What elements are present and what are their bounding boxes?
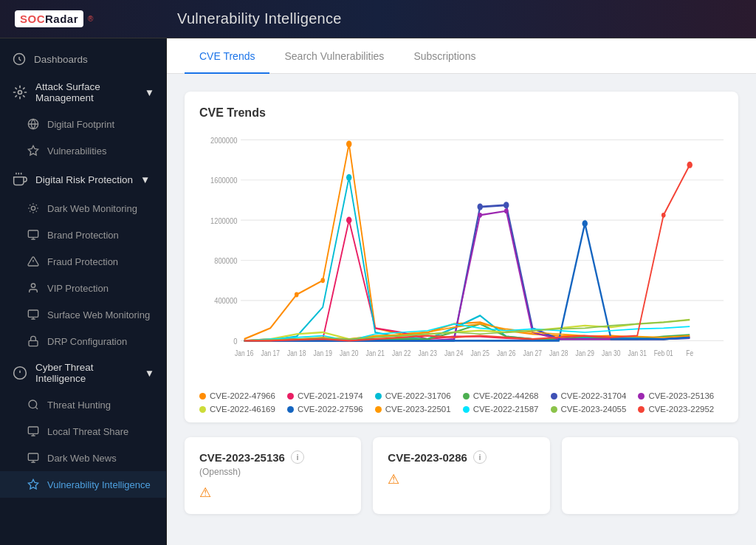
svg-point-10 <box>31 284 35 287</box>
chart-title: CVE Trends <box>199 106 724 120</box>
sidebar-label-vuln-intel: Vulnerability Intelligence <box>47 479 151 490</box>
legend-dot-cve3 <box>375 393 382 400</box>
sidebar-label-dark-web-news: Dark Web News <box>47 453 117 464</box>
vuln-intel-icon <box>27 478 40 491</box>
legend-cve7: CVE-2022-46169 <box>199 405 275 414</box>
cve-info-icon-1[interactable]: i <box>473 450 487 464</box>
surface-web-icon <box>27 308 40 321</box>
svg-rect-11 <box>28 310 38 317</box>
legend-dot-cve9 <box>375 406 382 413</box>
main-layout: Dashboards Attack Surface Management ▼ D… <box>0 38 756 545</box>
cve-card-icon-wrap-0: ⚠ <box>199 484 346 501</box>
brand-protection-icon <box>27 228 40 241</box>
sidebar-section-digital-risk[interactable]: Digital Risk Protection ▼ <box>0 164 166 195</box>
threat-hunting-icon <box>27 398 40 411</box>
svg-text:800000: 800000 <box>214 256 237 265</box>
svg-text:Jan 27: Jan 27 <box>523 349 542 357</box>
sidebar-item-dark-web[interactable]: Dark Web Monitoring <box>0 195 166 222</box>
svg-point-54 <box>478 213 482 218</box>
legend-dot-cve12 <box>638 406 645 413</box>
legend-dot-cve10 <box>463 406 470 413</box>
local-threat-icon <box>27 425 40 438</box>
warning-icon-1: ⚠ <box>388 472 399 487</box>
legend-cve11: CVE-2023-24055 <box>551 405 627 414</box>
cve-card-title-1: CVE-2023-0286 <box>388 451 467 464</box>
sidebar-item-drp-config[interactable]: DRP Configuration <box>0 328 166 354</box>
sidebar-section-attack-surface[interactable]: Attack Surface Management ▼ <box>0 74 166 111</box>
legend-cve1: CVE-2022-47966 <box>199 391 275 400</box>
logo: SOCRadar ® <box>15 10 177 27</box>
svg-text:Jan 20: Jan 20 <box>340 349 358 357</box>
legend-label-cve5: CVE-2022-31704 <box>561 391 627 400</box>
svg-text:400000: 400000 <box>214 297 237 306</box>
tab-cve-trends[interactable]: CVE Trends <box>185 38 269 74</box>
chart-svg: 2000000 1600000 1200000 800000 400000 0 … <box>199 131 724 383</box>
sidebar-label-drp-config: DRP Configuration <box>47 336 127 347</box>
sidebar-item-brand-protection[interactable]: Brand Protection <box>0 222 166 248</box>
sidebar-section-cyber-threat[interactable]: Cyber Threat Intelligence ▼ <box>0 354 166 391</box>
cve-card-icon-wrap-1: ⚠ <box>388 471 535 487</box>
legend-cve12: CVE-2023-22952 <box>638 405 714 414</box>
legend-dot-cve5 <box>551 393 557 400</box>
digital-risk-chevron: ▼ <box>140 174 150 185</box>
legend-label-cve11: CVE-2023-24055 <box>561 405 627 414</box>
sidebar-label-threat-hunting: Threat Hunting <box>47 400 111 411</box>
svg-text:Jan 28: Jan 28 <box>549 349 568 357</box>
svg-point-51 <box>346 174 351 181</box>
cve-card-sub-0: (Openssh) <box>199 467 346 477</box>
tab-subscriptions[interactable]: Subscriptions <box>399 38 490 74</box>
sidebar-item-fraud-protection[interactable]: Fraud Protection <box>0 248 166 275</box>
svg-rect-12 <box>29 340 38 346</box>
digital-risk-icon <box>12 171 28 188</box>
cve-trends-chart-container: CVE Trends 2000000 1600000 1200000 <box>185 92 738 422</box>
cve-info-icon-0[interactable]: i <box>291 450 304 464</box>
svg-text:Jan 18: Jan 18 <box>287 349 306 357</box>
page-title: Vulnerability Intelligence <box>177 10 342 27</box>
svg-text:Jan 31: Jan 31 <box>628 349 647 357</box>
main-content: CVE Trends 2000000 1600000 1200000 <box>167 74 756 545</box>
sidebar-item-dark-web-news[interactable]: Dark Web News <box>0 445 166 471</box>
cyber-threat-icon <box>12 365 28 381</box>
sidebar-label-surface-web: Surface Web Monitoring <box>47 309 150 321</box>
svg-text:Jan 17: Jan 17 <box>261 349 280 357</box>
cyber-threat-chevron: ▼ <box>145 368 154 379</box>
sidebar-label-dark-web: Dark Web Monitoring <box>47 203 137 214</box>
sidebar-item-vulnerabilities[interactable]: Vulnerabilities <box>0 137 166 164</box>
vip-protection-icon <box>27 281 40 295</box>
svg-text:Jan 23: Jan 23 <box>419 349 437 357</box>
drp-config-icon <box>27 335 40 348</box>
sidebar-label-vip-protection: VIP Protection <box>47 283 109 294</box>
sidebar-label-dashboards: Dashboards <box>34 54 154 65</box>
sidebar-label-attack-surface: Attack Surface Management <box>35 81 137 103</box>
svg-text:Jan 29: Jan 29 <box>576 349 594 357</box>
legend-dot-cve2 <box>287 393 294 400</box>
digital-footprint-icon <box>27 117 40 131</box>
sidebar-label-fraud-protection: Fraud Protection <box>47 256 118 267</box>
cve-card-id-0: CVE-2023-25136 i <box>199 450 346 464</box>
svg-point-56 <box>582 220 587 227</box>
sidebar: Dashboards Attack Surface Management ▼ D… <box>0 38 167 545</box>
svg-point-52 <box>477 203 482 210</box>
cve-card-0: CVE-2023-25136 i (Openssh) ⚠ <box>185 437 361 514</box>
cve-card-1: CVE-2023-0286 i ⚠ <box>373 437 549 514</box>
sidebar-item-vuln-intel[interactable]: Vulnerability Intelligence <box>0 471 166 498</box>
legend-dot-cve8 <box>287 406 294 413</box>
cve-card-2 <box>562 437 738 514</box>
legend-cve5: CVE-2022-31704 <box>551 391 627 400</box>
svg-point-53 <box>504 202 509 208</box>
tab-search-vulnerabilities[interactable]: Search Vulnerabilities <box>269 38 399 74</box>
svg-point-57 <box>662 213 666 218</box>
legend-label-cve3: CVE-2022-31706 <box>385 391 451 400</box>
sidebar-item-surface-web[interactable]: Surface Web Monitoring <box>0 301 166 328</box>
svg-text:Jan 24: Jan 24 <box>444 349 463 357</box>
sidebar-item-threat-hunting[interactable]: Threat Hunting <box>0 391 166 418</box>
sidebar-item-local-threat[interactable]: Local Threat Share <box>0 418 166 445</box>
sidebar-item-dashboards[interactable]: Dashboards <box>0 44 166 74</box>
legend-label-cve6: CVE-2023-25136 <box>648 391 714 400</box>
sidebar-item-vip-protection[interactable]: VIP Protection <box>0 275 166 301</box>
svg-text:Jan 19: Jan 19 <box>314 349 332 357</box>
sidebar-item-digital-footprint[interactable]: Digital Footprint <box>0 111 166 137</box>
legend-cve10: CVE-2022-21587 <box>463 405 539 414</box>
dark-web-icon <box>27 202 40 215</box>
sidebar-label-brand-protection: Brand Protection <box>47 230 119 241</box>
